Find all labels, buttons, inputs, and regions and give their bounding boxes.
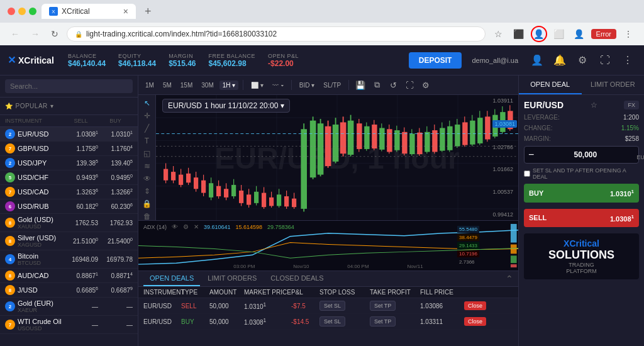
- rp-tab-open-deal[interactable]: OPEN DEAL: [519, 75, 582, 94]
- sell-label: SELL: [529, 214, 547, 221]
- trendline-tool[interactable]: ╱: [140, 124, 154, 133]
- instrument-row[interactable]: 8 Gold (USD) XAUUSD 1762.53 1762.93: [0, 214, 138, 232]
- chart-style-btn[interactable]: 〰 ▾: [269, 81, 287, 90]
- time-label-1: 03:00 PM: [233, 264, 255, 269]
- timeframe-15m[interactable]: 15M: [177, 81, 196, 90]
- chart-type-btn[interactable]: ⬜ ▾: [248, 81, 267, 90]
- rp-change-label: CHANGE:: [524, 125, 553, 131]
- rp-tab-limit-order[interactable]: LIMIT ORDER: [582, 75, 645, 94]
- menu-button[interactable]: ⋮: [620, 26, 636, 42]
- instrument-badge-12: 7: [5, 320, 15, 330]
- svg-rect-68: [387, 129, 392, 152]
- pair-selector[interactable]: EUR/USD 1 hour 11/10/22 20:00 ▾: [162, 99, 290, 113]
- solutions-banner: XCritical SOLUTIONS TRADING PLATFORM: [524, 233, 639, 279]
- cursor-tool[interactable]: ↖: [140, 99, 154, 108]
- popular-header[interactable]: ⭐ POPULAR ▾: [5, 100, 133, 112]
- instrument-row[interactable]: 5 USD/CHF 0.94936 0.94950: [0, 170, 138, 185]
- eye-tool[interactable]: 👁: [140, 174, 154, 183]
- tab-closed-deals[interactable]: CLOSED DEALS: [264, 271, 330, 286]
- amount-input[interactable]: [536, 150, 634, 159]
- indicator-eye-btn[interactable]: 👁: [172, 223, 178, 230]
- instrument-row[interactable]: 2 USD/JPY 139.385 139.405: [0, 156, 138, 170]
- sl-tp-check[interactable]: [524, 170, 530, 177]
- set-sl-btn-2[interactable]: Set SL: [319, 316, 345, 326]
- instrument-sell-3: 0.94936: [64, 174, 98, 181]
- shapes-tool[interactable]: ◱: [140, 149, 154, 158]
- set-tp-btn-2[interactable]: Set TP: [370, 316, 396, 326]
- amount-decrease-btn[interactable]: −: [528, 149, 534, 160]
- save-chart-btn[interactable]: 💾: [353, 78, 367, 92]
- instrument-row[interactable]: 2 EUR/USD 1.03081 1.03101: [0, 127, 138, 142]
- new-tab-button[interactable]: +: [141, 4, 155, 20]
- back-button[interactable]: ←: [8, 28, 23, 40]
- instrument-row[interactable]: 4 Bitcoin BTCUSD 16948.09 16979.78: [0, 250, 138, 269]
- instrument-badge-10: 8: [5, 285, 15, 295]
- instrument-row[interactable]: 8 AUD/CAD 0.88671 0.88714: [0, 269, 138, 283]
- chart-settings-btn[interactable]: ⚙: [419, 78, 433, 92]
- fullscreen-icon-btn[interactable]: ⛶: [596, 52, 614, 69]
- sell-button[interactable]: SELL 1.03081: [524, 209, 639, 228]
- delete-tool[interactable]: 🗑: [140, 212, 154, 220]
- right-panel-tabs: OPEN DEAL LIMIT ORDER: [519, 75, 644, 95]
- settings-icon-btn[interactable]: ⚙: [574, 52, 591, 69]
- lock-tool[interactable]: 🔒: [140, 199, 154, 208]
- text-tool[interactable]: T: [140, 137, 154, 145]
- close-deal-btn-1[interactable]: Close: [464, 301, 486, 310]
- instrument-row[interactable]: 7 GBP/USD 1.17580 1.17604: [0, 142, 138, 156]
- crosshair-tool[interactable]: ✛: [140, 111, 154, 120]
- set-tp-btn-1[interactable]: Set TP: [370, 301, 396, 311]
- reload-button[interactable]: ↻: [48, 28, 62, 40]
- deposit-button[interactable]: DEPOSIT: [409, 52, 462, 69]
- user-icon-btn[interactable]: 👤: [528, 52, 546, 69]
- instrument-buy-6: 1762.93: [98, 220, 133, 226]
- search-input[interactable]: [5, 79, 133, 93]
- indicator-close-btn[interactable]: ✕: [194, 223, 199, 230]
- bell-icon-btn[interactable]: 🔔: [551, 52, 569, 69]
- refresh-btn[interactable]: ↺: [386, 78, 400, 92]
- close-deal-btn-2[interactable]: Close: [464, 317, 486, 326]
- instrument-row[interactable]: 7 WTI Crude Oil USOUSD — —: [0, 316, 138, 334]
- timeframe-1h[interactable]: 1H ▾: [219, 81, 239, 90]
- url-bar[interactable]: 🔒 light-trading.xcritical.com/index.html…: [67, 26, 486, 42]
- instrument-row[interactable]: 2 Gold (EUR) XAEUR — —: [0, 298, 138, 316]
- browser-tab[interactable]: X XCritical ×: [42, 4, 136, 19]
- instrument-row[interactable]: 7 USD/CAD 1.32636 1.32662: [0, 185, 138, 199]
- timeframe-30m[interactable]: 30M: [198, 81, 216, 90]
- more-icon-btn[interactable]: ⋮: [619, 52, 636, 69]
- fibonacci-tool[interactable]: ≋: [140, 162, 154, 170]
- close-dot[interactable]: [8, 8, 15, 15]
- minimize-dot[interactable]: [18, 8, 26, 15]
- timeframe-1m[interactable]: 1M: [142, 81, 157, 90]
- forward-button[interactable]: →: [28, 28, 43, 40]
- fullscreen-dot[interactable]: [29, 8, 36, 15]
- instrument-sell-12: —: [64, 321, 98, 328]
- extension-button-2[interactable]: ⬜: [551, 26, 567, 42]
- svg-rect-86: [455, 125, 460, 146]
- profile-button[interactable]: 👤: [571, 26, 587, 42]
- deals-collapse-btn[interactable]: ⌃: [506, 274, 513, 284]
- timeframe-5m[interactable]: 5M: [160, 81, 175, 90]
- tab-limit-orders[interactable]: LIMIT ORDERS: [201, 271, 263, 286]
- tab-open-deals[interactable]: OPEN DEALS: [143, 271, 200, 286]
- indicator-settings-btn[interactable]: ⚙: [183, 223, 189, 230]
- extension-button-1[interactable]: ⬛: [511, 26, 527, 42]
- sl-tp-btn[interactable]: SL/TP: [320, 81, 344, 90]
- open-pnl-label: OPEN P&L: [268, 53, 299, 59]
- instrument-buy-2: 139.405: [98, 159, 133, 167]
- buy-button[interactable]: BUY 1.03101: [524, 184, 639, 203]
- bid-btn[interactable]: BID ▾: [296, 81, 318, 90]
- instrument-buy-4: 1.32662: [98, 188, 133, 196]
- highlighted-extension-button[interactable]: 👤: [531, 26, 547, 42]
- compare-btn[interactable]: ⧉: [370, 78, 384, 92]
- svg-rect-66: [379, 128, 384, 149]
- rp-star-btn[interactable]: ☆: [591, 101, 597, 109]
- instrument-row[interactable]: 6 USD/RUB 60.1820 60.2306: [0, 199, 138, 214]
- set-sl-btn-1[interactable]: Set SL: [319, 301, 345, 311]
- instrument-row[interactable]: 8 J/USD 0.66856 0.66879: [0, 283, 138, 298]
- browser-dots: [8, 8, 36, 15]
- bookmark-button[interactable]: ☆: [491, 26, 507, 42]
- tab-close-btn[interactable]: ×: [123, 6, 128, 16]
- nav-tool[interactable]: ⇕: [140, 187, 154, 196]
- instrument-row[interactable]: 8 Silver (USD) XAGUSD 21.51000 21.54000: [0, 232, 138, 250]
- fullscreen-chart-btn[interactable]: ⛶: [402, 78, 416, 92]
